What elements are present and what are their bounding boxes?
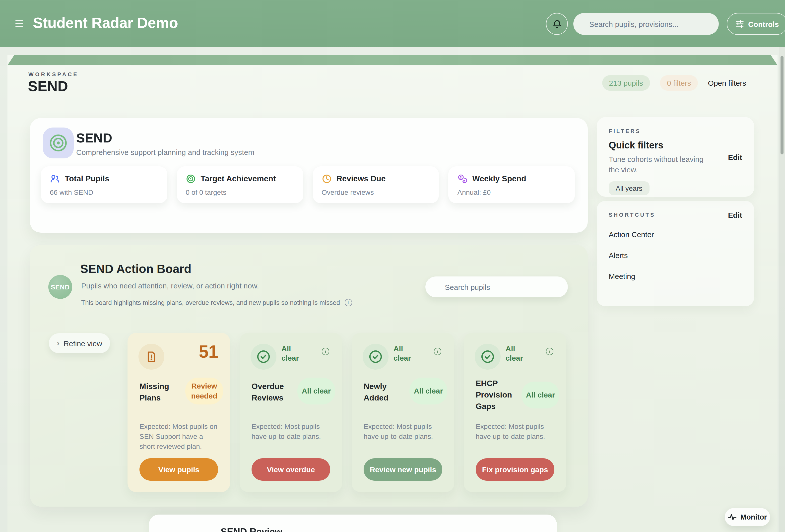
expected-text: Expected: Most pupils have up-to-date pl…: [252, 422, 331, 441]
action-board-title: SEND Action Board: [80, 262, 191, 276]
info-icon[interactable]: i: [322, 348, 329, 355]
action-board-note: This board highlights missing plans, ove…: [81, 299, 352, 306]
stat-card-reviews-due[interactable]: Reviews Due Overdue reviews: [312, 167, 439, 203]
send-overview-card: SEND Comprehensive support planning and …: [30, 118, 588, 233]
board-search-input[interactable]: [425, 276, 568, 297]
action-cards-row: 51 Missing Plans i Review needed Expecte…: [128, 333, 566, 492]
shortcuts-section-label: SHORTCUTS: [609, 212, 742, 218]
stat-card-total-pupils[interactable]: Total Pupils 66 with SEND: [41, 167, 167, 203]
stat-label: Reviews Due: [336, 174, 385, 183]
stat-value: Overdue reviews: [322, 188, 430, 196]
menu-icon[interactable]: [16, 20, 23, 27]
scrollbar-thumb[interactable]: [781, 56, 784, 154]
shortcuts-panel: SHORTCUTS Edit Action Center Alerts Meet…: [597, 201, 754, 306]
review-new-pupils-button[interactable]: Review new pupils: [363, 458, 442, 481]
controls-button[interactable]: Controls: [727, 13, 785, 35]
pupils-count-badge: 213 pupils: [602, 75, 650, 91]
overview-title: SEND: [76, 130, 112, 146]
info-icon[interactable]: i: [546, 348, 553, 355]
target-icon: [48, 133, 68, 153]
all-clear-badge: All clear: [297, 378, 335, 404]
check-circle-icon: [363, 344, 388, 370]
missing-plans-count: 51: [199, 342, 218, 362]
app-title: Student Radar Demo: [33, 15, 178, 31]
bell-icon: [552, 19, 562, 29]
coins-icon: [457, 174, 467, 184]
quick-filters-panel: FILTERS Edit Quick filters Tune cohorts …: [597, 117, 754, 197]
all-years-chip[interactable]: All years: [609, 181, 649, 195]
target-icon: [186, 174, 196, 184]
info-icon[interactable]: i: [345, 299, 352, 306]
view-pupils-button[interactable]: View pupils: [140, 458, 218, 481]
stat-value: 0 of 0 targets: [186, 188, 295, 196]
workspace-toolbar: 213 pupils 0 filters Open filters: [602, 75, 746, 91]
chevron-right-icon: ›: [57, 338, 59, 347]
stat-label: Weekly Spend: [473, 174, 526, 183]
stats-row: Total Pupils 66 with SEND Target Achieve…: [41, 167, 575, 203]
all-clear-badge: All clear: [409, 378, 447, 404]
shortcut-alerts[interactable]: Alerts: [609, 251, 742, 259]
workspace-label: WORKSPACE: [28, 71, 78, 77]
card-title: Missing Plans: [140, 381, 185, 404]
refine-view-button[interactable]: › Refine view: [49, 333, 110, 353]
monitor-button[interactable]: Monitor: [725, 508, 770, 526]
review-needed-badge: Review needed: [185, 378, 223, 404]
fix-provision-gaps-button[interactable]: Fix provision gaps: [476, 458, 554, 481]
action-card-ehcp-provision-gaps: All clear i EHCP Provision Gaps i All cl…: [464, 333, 566, 492]
expected-text: Expected: Most pupils on SEN Support hav…: [140, 422, 219, 451]
stat-label: Total Pupils: [65, 174, 109, 183]
send-avatar: SEND: [48, 275, 72, 299]
filters-edit-button[interactable]: Edit: [728, 153, 742, 161]
action-card-overdue-reviews: All clear i Overdue Reviews i All clear …: [239, 333, 342, 492]
action-card-missing-plans: 51 Missing Plans i Review needed Expecte…: [128, 333, 230, 492]
info-icon[interactable]: i: [434, 348, 441, 355]
document-alert-icon: [138, 344, 164, 370]
panel-accent-strip: [7, 55, 778, 65]
card-title: Overdue Reviews: [252, 381, 297, 404]
open-filters-button[interactable]: Open filters: [708, 79, 746, 87]
pulse-icon: [728, 512, 737, 522]
all-clear-badge: All clear: [522, 382, 559, 408]
stat-value: 66 with SEND: [50, 188, 158, 196]
quick-filters-title: Quick filters: [609, 140, 742, 151]
check-circle-icon: [475, 344, 501, 370]
shortcut-action-center[interactable]: Action Center: [609, 230, 742, 238]
next-section-card: SEND Review: [149, 514, 557, 532]
quick-filters-description: Tune cohorts without leaving the view.: [609, 154, 715, 175]
action-card-newly-added: All clear i Newly Added i All clear Expe…: [352, 333, 454, 492]
stat-card-target-achievement[interactable]: Target Achievement 0 of 0 targets: [177, 167, 303, 203]
card-title: Newly Added: [363, 381, 409, 404]
global-search-input[interactable]: [573, 13, 719, 35]
stat-card-weekly-spend[interactable]: Weekly Spend Annual: £0: [449, 167, 575, 203]
view-overdue-button[interactable]: View overdue: [252, 458, 330, 481]
shortcut-meeting[interactable]: Meeting: [609, 272, 742, 280]
card-title: EHCP Provision Gaps: [476, 378, 522, 412]
top-header-bar: Student Radar Demo Controls: [0, 0, 785, 47]
action-board-subtitle: Pupils who need attention, review, or ac…: [81, 281, 259, 290]
notifications-button[interactable]: [546, 13, 568, 35]
next-section-heading: SEND Review: [221, 527, 282, 532]
expected-text: Expected: Most pupils have up-to-date pl…: [476, 422, 555, 441]
controls-label: Controls: [748, 20, 779, 28]
status-all-clear: All clear: [394, 344, 416, 363]
stat-value: Annual: £0: [457, 188, 566, 196]
app-window: Student Radar Demo Controls: [0, 0, 785, 532]
check-circle-icon: [251, 344, 276, 370]
shortcuts-edit-button[interactable]: Edit: [728, 211, 742, 219]
filters-count-badge: 0 filters: [660, 75, 698, 91]
send-module-icon: [43, 128, 74, 158]
sliders-icon: [735, 20, 744, 28]
send-action-board: SEND SEND Action Board Pupils who need a…: [30, 245, 588, 507]
expected-text: Expected: Most pupils have up-to-date pl…: [363, 422, 443, 441]
workspace-title: SEND: [28, 78, 68, 95]
status-all-clear: All clear: [281, 344, 304, 363]
status-all-clear: All clear: [506, 344, 529, 363]
overview-subtitle: Comprehensive support planning and track…: [76, 148, 254, 156]
clock-icon: [322, 174, 331, 184]
filters-section-label: FILTERS: [609, 128, 742, 134]
stat-label: Target Achievement: [201, 174, 276, 183]
users-icon: [50, 174, 60, 184]
